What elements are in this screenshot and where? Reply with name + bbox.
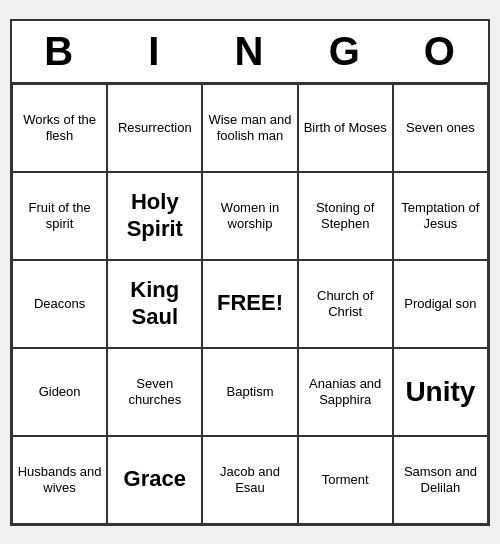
bingo-cell-22: Jacob and Esau bbox=[202, 436, 297, 524]
bingo-cell-5: Fruit of the spirit bbox=[12, 172, 107, 260]
bingo-cell-13: Church of Christ bbox=[298, 260, 393, 348]
bingo-cell-12: FREE! bbox=[202, 260, 297, 348]
header-letter: O bbox=[393, 21, 488, 82]
bingo-cell-18: Ananias and Sapphira bbox=[298, 348, 393, 436]
bingo-cell-6: Holy Spirit bbox=[107, 172, 202, 260]
bingo-cell-24: Samson and Delilah bbox=[393, 436, 488, 524]
bingo-cell-19: Unity bbox=[393, 348, 488, 436]
bingo-cell-8: Stoning of Stephen bbox=[298, 172, 393, 260]
bingo-cell-21: Grace bbox=[107, 436, 202, 524]
bingo-cell-20: Husbands and wives bbox=[12, 436, 107, 524]
bingo-cell-0: Works of the flesh bbox=[12, 84, 107, 172]
bingo-header: BINGO bbox=[12, 21, 488, 82]
header-letter: B bbox=[12, 21, 107, 82]
header-letter: I bbox=[107, 21, 202, 82]
bingo-cell-7: Women in worship bbox=[202, 172, 297, 260]
bingo-cell-9: Temptation of Jesus bbox=[393, 172, 488, 260]
header-letter: N bbox=[202, 21, 297, 82]
bingo-card: BINGO Works of the fleshResurrectionWise… bbox=[10, 19, 490, 526]
bingo-cell-2: Wise man and foolish man bbox=[202, 84, 297, 172]
bingo-cell-15: Gideon bbox=[12, 348, 107, 436]
header-letter: G bbox=[298, 21, 393, 82]
bingo-cell-14: Prodigal son bbox=[393, 260, 488, 348]
bingo-cell-11: King Saul bbox=[107, 260, 202, 348]
bingo-cell-4: Seven ones bbox=[393, 84, 488, 172]
bingo-cell-1: Resurrection bbox=[107, 84, 202, 172]
bingo-cell-10: Deacons bbox=[12, 260, 107, 348]
bingo-cell-23: Torment bbox=[298, 436, 393, 524]
bingo-cell-3: Birth of Moses bbox=[298, 84, 393, 172]
bingo-cell-16: Seven churches bbox=[107, 348, 202, 436]
bingo-grid: Works of the fleshResurrectionWise man a… bbox=[12, 82, 488, 524]
bingo-cell-17: Baptism bbox=[202, 348, 297, 436]
